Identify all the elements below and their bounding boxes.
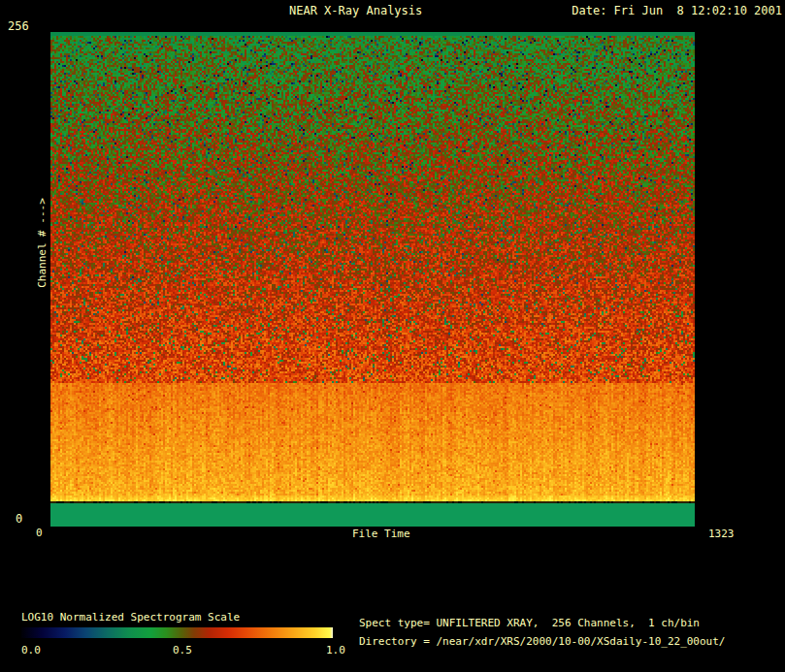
colorbar-tick-max: 1.0 xyxy=(326,645,345,656)
header-date: Date: Fri Jun 8 12:02:10 2001 xyxy=(572,5,782,17)
info-directory: Directory = /near/xdr/XRS/2000/10-00/XSd… xyxy=(359,636,726,648)
spectrogram-canvas xyxy=(50,32,695,527)
y-axis-title: Channel # ---> xyxy=(36,189,49,298)
info-spect-type: Spect type= UNFILTERED XRAY, 256 Channel… xyxy=(359,618,700,629)
page-title: NEAR X-Ray Analysis xyxy=(289,5,422,17)
y-axis-max-label: 256 xyxy=(8,20,29,32)
x-axis-max-label: 1323 xyxy=(708,528,735,540)
x-axis-title: File Time xyxy=(352,528,410,540)
y-axis-min-label: 0 xyxy=(16,513,22,525)
spectrogram-plot xyxy=(50,32,695,527)
near-xray-analysis-window: NEAR X-Ray Analysis Date: Fri Jun 8 12:0… xyxy=(0,0,785,672)
colorbar-tick-min: 0.0 xyxy=(21,645,41,656)
colorbar-tick-mid: 0.5 xyxy=(173,645,192,656)
colorbar-title: LOG10 Normalized Spectrogram Scale xyxy=(21,612,240,624)
colorbar-gradient xyxy=(21,627,333,638)
x-axis-min-label: 0 xyxy=(36,528,43,539)
